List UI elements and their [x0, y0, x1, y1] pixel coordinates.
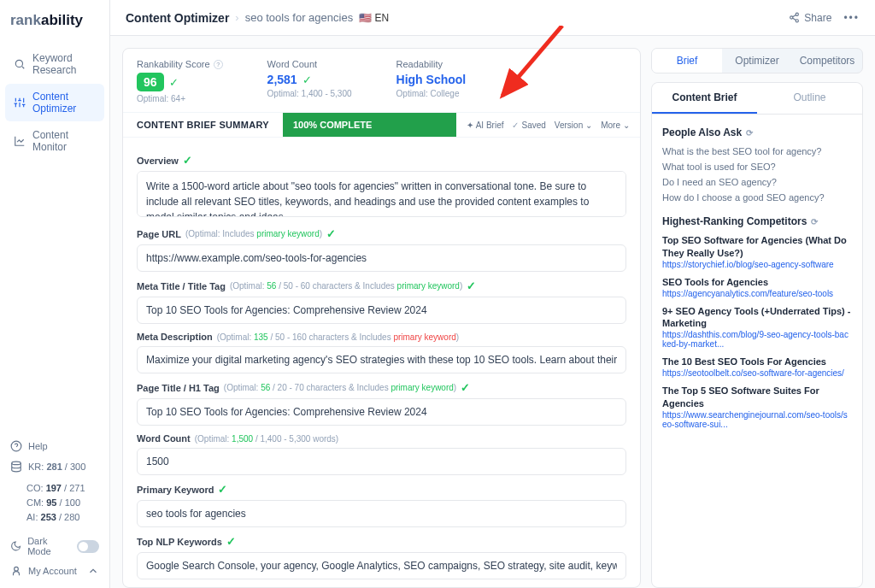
- paa-item[interactable]: Do I need an SEO agency?: [662, 174, 852, 190]
- check-icon: ✓: [169, 76, 179, 89]
- account-link[interactable]: My Account: [9, 561, 101, 581]
- breadcrumb: seo tools for agencies: [245, 11, 353, 24]
- sidebar: rankability Keyword Research Content Opt…: [0, 0, 110, 588]
- page-title-label: Page Title / H1 Tag: [137, 383, 220, 393]
- sidebar-bottom: Help KR: 281 / 300 CO: 197 / 271 CM: 95 …: [0, 429, 109, 588]
- version-dropdown[interactable]: Version ⌄: [555, 121, 592, 130]
- locale-badge[interactable]: 🇺🇸 EN: [359, 12, 389, 24]
- share-button[interactable]: Share: [789, 12, 831, 24]
- check-icon: ✓: [218, 483, 227, 496]
- nav: Keyword Research Content Optimizer Conte…: [0, 39, 109, 429]
- paa-header: People Also Ask⟳: [662, 126, 852, 138]
- paa-item[interactable]: What tool is used for SEO?: [662, 159, 852, 174]
- right-column: Brief Optimizer Competitors Content Brie…: [651, 48, 863, 588]
- refresh-icon[interactable]: ⟳: [746, 128, 755, 138]
- subtab-outline[interactable]: Outline: [757, 83, 862, 114]
- hrc-header: Highest-Ranking Competitors⟳: [662, 215, 852, 227]
- meta-desc-label: Meta Description: [137, 332, 213, 342]
- main: Content Optimizer › seo tools for agenci…: [110, 0, 875, 588]
- brief-summary-label: CONTENT BRIEF SUMMARY: [123, 113, 283, 137]
- nlp-label: Top NLP Keywords: [137, 537, 222, 547]
- metric-wordcount: Word Count 2,581✓ Optimal: 1,400 - 5,300: [267, 59, 352, 103]
- user-icon: [10, 565, 22, 577]
- more-menu[interactable]: •••: [843, 12, 860, 24]
- wordcount-input[interactable]: [137, 448, 626, 475]
- competitor-item[interactable]: Top SEO Software for Agencies (What Do T…: [662, 234, 852, 269]
- help-link[interactable]: Help: [9, 436, 101, 456]
- help-icon: [10, 440, 22, 452]
- check-icon: ✓: [467, 279, 476, 292]
- share-icon: [789, 12, 800, 23]
- moon-icon: [10, 540, 21, 552]
- tab-brief[interactable]: Brief: [652, 49, 722, 73]
- chart-icon: [14, 135, 26, 147]
- check-icon: ✓: [326, 227, 336, 240]
- nav-keyword-research[interactable]: Keyword Research: [5, 45, 104, 83]
- tab-competitors[interactable]: Competitors: [792, 49, 862, 73]
- page-title-input[interactable]: [137, 398, 626, 426]
- primary-keyword-label: Primary Keyword: [137, 485, 214, 495]
- page-title: Content Optimizer: [126, 11, 229, 25]
- topbar: Content Optimizer › seo tools for agenci…: [110, 0, 875, 36]
- sub-tabs: Content Brief Outline: [652, 83, 862, 115]
- competitor-item[interactable]: SEO Tools for Agencieshttps://agencyanal…: [662, 276, 852, 298]
- overview-input[interactable]: [137, 171, 626, 217]
- overview-label: Overview: [137, 156, 179, 166]
- side-panel: Content Brief Outline People Also Ask⟳ W…: [651, 82, 863, 588]
- paa-item[interactable]: What is the best SEO tool for agency?: [662, 144, 852, 159]
- nav-content-optimizer[interactable]: Content Optimizer: [5, 84, 104, 121]
- tab-optimizer[interactable]: Optimizer: [722, 49, 792, 73]
- svg-point-2: [12, 462, 21, 465]
- svg-point-4: [796, 13, 798, 15]
- logo[interactable]: rankability: [0, 0, 109, 39]
- competitor-item[interactable]: The Top 5 SEO Software Suites For Agenci…: [662, 385, 852, 429]
- check-icon: ✓: [183, 154, 192, 167]
- subtab-content-brief[interactable]: Content Brief: [652, 83, 757, 114]
- darkmode-row[interactable]: Dark Mode: [9, 532, 101, 561]
- saved-status: ✓ Saved: [512, 121, 545, 130]
- metric-score: Rankability Score? 96✓ Optimal: 64+: [137, 59, 223, 103]
- primary-keyword-input[interactable]: [137, 500, 626, 527]
- main-tabs: Brief Optimizer Competitors: [651, 48, 863, 74]
- brief-header: CONTENT BRIEF SUMMARY 100% COMPLETE ✦ AI…: [123, 113, 640, 138]
- nav-content-monitor[interactable]: Content Monitor: [5, 122, 104, 160]
- usage-link[interactable]: KR: 281 / 300: [9, 456, 101, 477]
- meta-title-label: Meta Title / Title Tag: [137, 281, 226, 291]
- url-input[interactable]: [137, 244, 626, 272]
- score-badge: 96: [137, 73, 164, 91]
- usage-header: KR: 281 / 300: [28, 462, 85, 472]
- search-icon: [14, 58, 26, 70]
- svg-point-0: [15, 60, 22, 67]
- form-area[interactable]: Overview✓ Page URL(Optimal: Includes pri…: [123, 138, 640, 587]
- database-icon: [10, 461, 22, 473]
- check-icon: ✓: [226, 535, 236, 548]
- meta-desc-input[interactable]: [137, 346, 626, 373]
- more-dropdown[interactable]: More ⌄: [601, 121, 630, 130]
- competitor-item[interactable]: 9+ SEO Agency Tools (+Underrated Tips) -…: [662, 305, 852, 350]
- refresh-icon[interactable]: ⟳: [811, 217, 820, 226]
- center-column: Rankability Score? 96✓ Optimal: 64+ Word…: [122, 48, 641, 588]
- sliders-icon: [14, 97, 26, 109]
- url-label: Page URL: [137, 229, 181, 239]
- brief-progress: 100% COMPLETE: [283, 113, 456, 137]
- metric-readability: Readability High School Optimal: College: [396, 59, 467, 103]
- ai-brief-button[interactable]: ✦ AI Brief: [467, 121, 504, 130]
- competitor-item[interactable]: The 10 Best SEO Tools For Agencieshttps:…: [662, 356, 852, 378]
- paa-item[interactable]: How do I choose a good SEO agency?: [662, 190, 852, 205]
- info-icon[interactable]: ?: [214, 60, 223, 69]
- nlp-input[interactable]: [137, 552, 626, 579]
- chevron-up-icon: [87, 565, 99, 577]
- darkmode-toggle[interactable]: [77, 540, 99, 553]
- check-icon: ✓: [461, 381, 470, 394]
- svg-point-6: [796, 20, 798, 22]
- usage-stats: CO: 197 / 271 CM: 95 / 100 AI: 253 / 280: [26, 481, 101, 525]
- svg-point-5: [790, 16, 793, 19]
- svg-point-3: [15, 567, 19, 571]
- meta-title-input[interactable]: [137, 297, 626, 324]
- wordcount-label: Word Count: [137, 433, 191, 444]
- metrics-bar: Rankability Score? 96✓ Optimal: 64+ Word…: [123, 49, 640, 113]
- check-icon: ✓: [302, 74, 312, 86]
